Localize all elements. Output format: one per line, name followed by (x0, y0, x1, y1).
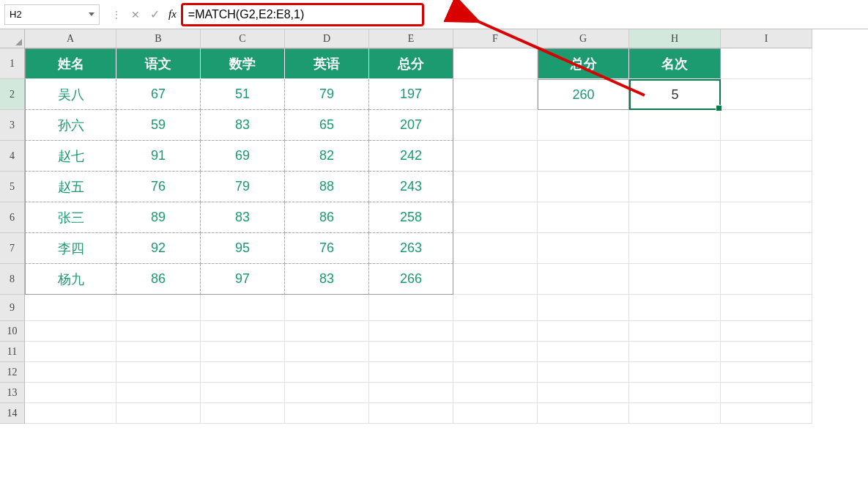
data-cell[interactable]: 吴八 (25, 79, 116, 110)
lookup-header[interactable]: 名次 (629, 48, 721, 79)
data-cell[interactable]: 76 (116, 172, 201, 202)
data-cell[interactable]: 张三 (25, 202, 116, 233)
cancel-icon[interactable] (128, 7, 143, 22)
empty-cell[interactable] (629, 403, 721, 424)
data-cell[interactable]: 258 (369, 202, 453, 233)
empty-cell[interactable] (25, 295, 116, 321)
empty-cell[interactable] (538, 264, 629, 295)
data-cell[interactable]: 79 (285, 79, 369, 110)
empty-cell[interactable] (538, 141, 629, 172)
empty-cell[interactable] (538, 202, 629, 233)
data-cell[interactable]: 79 (201, 172, 285, 202)
empty-cell[interactable] (116, 342, 201, 362)
empty-cell[interactable] (629, 362, 721, 383)
table-header[interactable]: 英语 (285, 48, 369, 79)
data-cell[interactable]: 86 (116, 264, 201, 295)
empty-cell[interactable] (538, 362, 629, 383)
col-header-G[interactable]: G (538, 29, 629, 48)
empty-cell[interactable] (453, 110, 538, 141)
col-header-B[interactable]: B (116, 29, 201, 48)
data-cell[interactable]: 赵五 (25, 172, 116, 202)
empty-cell[interactable] (629, 141, 721, 172)
empty-cell[interactable] (721, 48, 812, 79)
lookup-value[interactable]: 260 (538, 79, 629, 110)
empty-cell[interactable] (538, 342, 629, 362)
empty-cell[interactable] (201, 383, 285, 403)
data-cell[interactable]: 266 (369, 264, 453, 295)
data-cell[interactable]: 95 (201, 233, 285, 264)
empty-cell[interactable] (629, 110, 721, 141)
empty-cell[interactable] (538, 172, 629, 202)
data-cell[interactable]: 孙六 (25, 110, 116, 141)
empty-cell[interactable] (25, 321, 116, 342)
row-header-9[interactable]: 9 (0, 295, 25, 321)
empty-cell[interactable] (285, 342, 369, 362)
empty-cell[interactable] (116, 383, 201, 403)
empty-cell[interactable] (453, 172, 538, 202)
data-cell[interactable]: 杨九 (25, 264, 116, 295)
data-cell[interactable]: 69 (201, 141, 285, 172)
data-cell[interactable]: 197 (369, 79, 453, 110)
table-header[interactable]: 姓名 (25, 48, 116, 79)
empty-cell[interactable] (116, 295, 201, 321)
empty-cell[interactable] (25, 383, 116, 403)
empty-cell[interactable] (538, 403, 629, 424)
row-header-6[interactable]: 6 (0, 202, 25, 233)
active-cell[interactable]: 5 (629, 79, 721, 110)
empty-cell[interactable] (721, 362, 812, 383)
empty-cell[interactable] (721, 295, 812, 321)
fx-label[interactable]: fx (168, 8, 177, 21)
empty-cell[interactable] (629, 342, 721, 362)
data-cell[interactable]: 91 (116, 141, 201, 172)
formula-input[interactable] (181, 4, 864, 25)
empty-cell[interactable] (369, 342, 453, 362)
empty-cell[interactable] (25, 403, 116, 424)
empty-cell[interactable] (538, 295, 629, 321)
empty-cell[interactable] (201, 362, 285, 383)
table-header[interactable]: 数学 (201, 48, 285, 79)
empty-cell[interactable] (453, 321, 538, 342)
data-cell[interactable]: 82 (285, 141, 369, 172)
empty-cell[interactable] (285, 295, 369, 321)
data-cell[interactable]: 97 (201, 264, 285, 295)
row-header-14[interactable]: 14 (0, 403, 25, 424)
row-header-1[interactable]: 1 (0, 48, 25, 79)
empty-cell[interactable] (285, 362, 369, 383)
empty-cell[interactable] (201, 295, 285, 321)
row-header-4[interactable]: 4 (0, 141, 25, 172)
row-header-11[interactable]: 11 (0, 342, 25, 362)
empty-cell[interactable] (116, 362, 201, 383)
row-header-10[interactable]: 10 (0, 321, 25, 342)
empty-cell[interactable] (629, 295, 721, 321)
col-header-I[interactable]: I (721, 29, 812, 48)
empty-cell[interactable] (721, 172, 812, 202)
empty-cell[interactable] (453, 295, 538, 321)
empty-cell[interactable] (201, 342, 285, 362)
table-header[interactable]: 语文 (116, 48, 201, 79)
empty-cell[interactable] (453, 342, 538, 362)
col-header-H[interactable]: H (629, 29, 721, 48)
row-header-13[interactable]: 13 (0, 383, 25, 403)
empty-cell[interactable] (721, 110, 812, 141)
data-cell[interactable]: 83 (201, 202, 285, 233)
data-cell[interactable]: 86 (285, 202, 369, 233)
empty-cell[interactable] (629, 321, 721, 342)
empty-cell[interactable] (538, 110, 629, 141)
empty-cell[interactable] (721, 202, 812, 233)
empty-cell[interactable] (721, 233, 812, 264)
empty-cell[interactable] (116, 403, 201, 424)
lookup-header[interactable]: 总分 (538, 48, 629, 79)
data-cell[interactable]: 263 (369, 233, 453, 264)
empty-cell[interactable] (25, 362, 116, 383)
empty-cell[interactable] (629, 264, 721, 295)
empty-cell[interactable] (369, 362, 453, 383)
empty-cell[interactable] (285, 403, 369, 424)
row-header-2[interactable]: 2 (0, 79, 25, 110)
row-header-3[interactable]: 3 (0, 110, 25, 141)
data-cell[interactable]: 赵七 (25, 141, 116, 172)
empty-cell[interactable] (369, 321, 453, 342)
select-all-corner[interactable] (0, 29, 25, 48)
empty-cell[interactable] (453, 264, 538, 295)
confirm-icon[interactable] (147, 7, 162, 22)
data-cell[interactable]: 88 (285, 172, 369, 202)
